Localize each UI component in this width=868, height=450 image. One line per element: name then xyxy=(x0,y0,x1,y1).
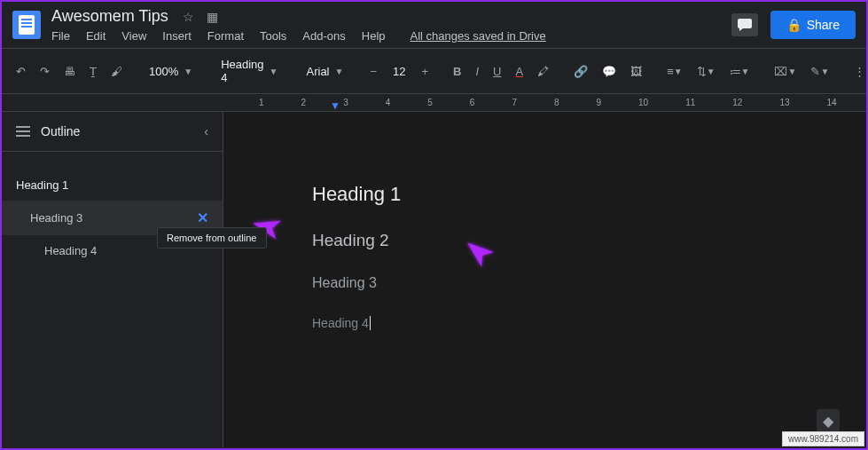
underline-button[interactable]: U xyxy=(488,61,506,82)
font-select[interactable]: Arial▼ xyxy=(300,61,351,82)
font-size-increase[interactable]: + xyxy=(416,61,434,82)
menu-edit[interactable]: Edit xyxy=(86,29,106,43)
expand-toolbar-button[interactable]: ⋮ xyxy=(848,61,868,82)
outline-item[interactable]: Heading 1 xyxy=(2,170,223,201)
menu-help[interactable]: Help xyxy=(362,29,386,43)
font-size-input[interactable]: 12 xyxy=(386,61,412,82)
menu-addons[interactable]: Add-ons xyxy=(302,29,345,43)
titlebar: Awesomem Tips ☆ ▦ File Edit View Insert … xyxy=(2,2,866,48)
collapse-outline-button[interactable]: ‹ xyxy=(204,124,208,138)
ruler-mark: 7 xyxy=(512,98,517,107)
document-canvas[interactable]: Heading 1 Heading 2 Heading 3 Heading 4 xyxy=(223,112,866,447)
image-button[interactable]: 🖼 xyxy=(625,61,647,82)
menu-insert[interactable]: Insert xyxy=(162,29,192,43)
menubar: File Edit View Insert Format Tools Add-o… xyxy=(51,29,721,43)
tooltip: Remove from outline xyxy=(157,227,267,249)
ruler-mark: 11 xyxy=(685,98,695,107)
menu-tools[interactable]: Tools xyxy=(260,29,286,43)
menu-view[interactable]: View xyxy=(121,29,146,43)
remove-outline-button[interactable]: ✕ xyxy=(197,209,208,226)
ruler-mark: 3 xyxy=(343,98,348,107)
outline-item[interactable]: Heading 3 ✕ Remove from outline xyxy=(2,201,223,235)
undo-button[interactable]: ↶ xyxy=(11,61,31,82)
star-icon[interactable]: ☆ xyxy=(183,10,194,24)
indent-marker-icon[interactable]: ▼ xyxy=(330,99,340,112)
document-heading[interactable]: Heading 1 xyxy=(312,183,866,206)
ruler-mark: 9 xyxy=(597,98,602,107)
ruler-mark: 1 xyxy=(259,98,264,107)
highlight-button[interactable]: 🖍 xyxy=(532,61,554,82)
toolbar: ↶ ↷ 🖶 Ṯ 🖌 100%▼ Heading 4▼ Arial▼ − 12 +… xyxy=(2,48,866,94)
comment-button[interactable]: 💬 xyxy=(597,61,622,82)
document-heading[interactable]: Heading 2 xyxy=(312,231,866,250)
lock-icon: 🔒 xyxy=(786,18,802,32)
link-button[interactable]: 🔗 xyxy=(568,61,593,82)
menu-file[interactable]: File xyxy=(51,29,70,43)
ruler-mark: 13 xyxy=(779,98,789,107)
paint-format-button[interactable]: 🖌 xyxy=(106,61,128,82)
italic-button[interactable]: I xyxy=(470,61,484,82)
zoom-select[interactable]: 100%▼ xyxy=(142,61,199,82)
explore-button[interactable]: ◆ xyxy=(817,409,840,432)
text-color-button[interactable]: A xyxy=(510,61,528,82)
style-select[interactable]: Heading 4▼ xyxy=(214,54,285,88)
ruler-mark: 5 xyxy=(427,98,433,107)
ruler[interactable]: ▼ 1 2 3 4 5 6 7 8 9 10 11 12 13 14 15 xyxy=(2,94,866,112)
ruler-mark: 2 xyxy=(301,98,307,107)
folder-icon[interactable]: ▦ xyxy=(207,10,218,24)
docs-logo-icon[interactable] xyxy=(12,11,41,39)
redo-button[interactable]: ↷ xyxy=(35,61,55,82)
share-button[interactable]: 🔒 Share xyxy=(770,11,856,39)
ruler-mark: 6 xyxy=(470,98,475,107)
outline-title: Outline xyxy=(41,124,193,138)
line-spacing-button[interactable]: ⇅▼ xyxy=(692,61,721,82)
outline-icon xyxy=(16,126,30,137)
saved-status[interactable]: All changes saved in Drive xyxy=(411,29,546,43)
ruler-mark: 8 xyxy=(554,98,559,107)
ruler-mark: 14 xyxy=(827,98,837,107)
ruler-mark: 10 xyxy=(638,98,648,107)
document-title[interactable]: Awesomem Tips xyxy=(51,7,168,26)
ruler-mark: 4 xyxy=(386,98,391,107)
menu-format[interactable]: Format xyxy=(207,29,244,43)
clear-format-button[interactable]: ⌧▼ xyxy=(769,61,802,82)
align-button[interactable]: ≡▼ xyxy=(661,61,688,82)
outline-sidebar: Outline ‹ Heading 1 Heading 3 ✕ Remove f… xyxy=(2,112,223,447)
document-heading[interactable]: Heading 4 xyxy=(312,316,866,330)
font-size-decrease[interactable]: − xyxy=(364,61,382,82)
editing-mode-button[interactable]: ✎▼ xyxy=(805,61,834,82)
spellcheck-button[interactable]: Ṯ xyxy=(84,61,102,82)
bold-button[interactable]: B xyxy=(448,61,466,82)
document-heading[interactable]: Heading 3 xyxy=(312,275,866,291)
comments-button[interactable] xyxy=(731,13,758,36)
list-button[interactable]: ≔▼ xyxy=(724,61,755,82)
watermark: www.989214.com xyxy=(782,431,864,446)
ruler-mark: 12 xyxy=(732,98,742,107)
print-button[interactable]: 🖶 xyxy=(59,61,81,82)
